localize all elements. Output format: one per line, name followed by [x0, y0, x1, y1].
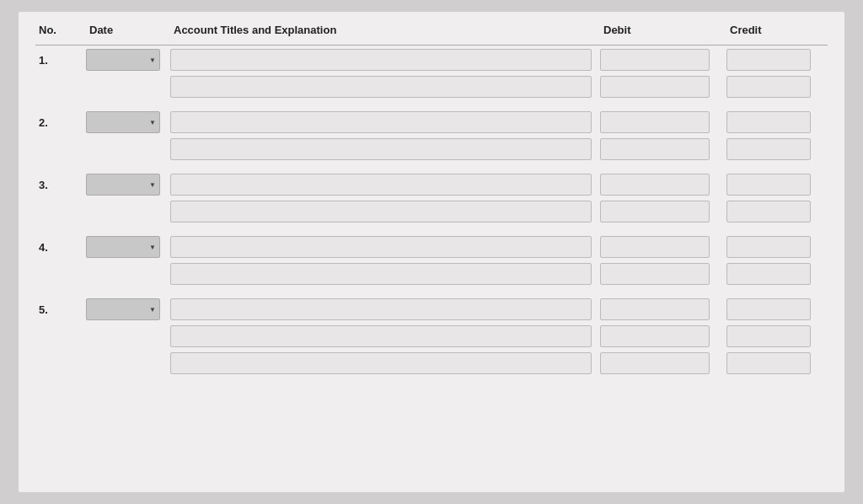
table-row [35, 352, 828, 374]
row-number-5: 5. [35, 302, 86, 318]
date-select-4[interactable] [86, 236, 160, 258]
date-dropdown-wrapper-4[interactable] [86, 236, 160, 258]
credit-cell-3a [726, 174, 828, 196]
account-input-5b[interactable] [170, 325, 592, 347]
journal-container: No. Date Account Titles and Explanation … [19, 12, 844, 492]
credit-input-3a[interactable] [726, 174, 811, 196]
date-select-5[interactable] [86, 298, 160, 320]
date-select-2[interactable] [86, 111, 160, 133]
date-dropdown-wrapper-2[interactable] [86, 111, 160, 133]
account-input-5c[interactable] [170, 352, 592, 374]
account-cell-1b [170, 76, 600, 98]
header-debit: Debit [600, 20, 726, 40]
date-cell-3 [86, 174, 170, 196]
entry-group-1: 1. [35, 49, 828, 103]
table-row [35, 325, 828, 347]
debit-cell-3b [600, 201, 726, 223]
account-cell-2a [170, 111, 600, 133]
debit-cell-1a [600, 49, 726, 71]
account-cell-5b [170, 325, 600, 347]
entry-group-3: 3. [35, 174, 828, 228]
credit-cell-1b [726, 76, 828, 98]
entry-group-5: 5. [35, 298, 828, 379]
credit-input-2b[interactable] [726, 138, 811, 160]
row-number-1: 1. [35, 52, 86, 68]
debit-cell-4a [600, 236, 726, 258]
table-row [35, 76, 828, 98]
debit-input-3b[interactable] [600, 201, 710, 223]
credit-input-5b[interactable] [726, 325, 811, 347]
header-no: No. [35, 20, 86, 40]
credit-cell-5c [726, 352, 828, 374]
debit-cell-3a [600, 174, 726, 196]
debit-input-1a[interactable] [600, 49, 710, 71]
credit-input-2a[interactable] [726, 111, 811, 133]
account-input-1b[interactable] [170, 76, 592, 98]
table-row: 5. [35, 298, 828, 320]
entry-group-4: 4. [35, 236, 828, 290]
debit-input-5b[interactable] [600, 325, 710, 347]
debit-input-1b[interactable] [600, 76, 710, 98]
table-row [35, 201, 828, 223]
table-row [35, 263, 828, 285]
account-input-1a[interactable] [170, 49, 592, 71]
credit-cell-5b [726, 325, 828, 347]
date-cell-1 [86, 49, 170, 71]
credit-cell-4b [726, 263, 828, 285]
account-input-3a[interactable] [170, 174, 592, 196]
credit-input-4b[interactable] [726, 263, 811, 285]
credit-cell-2a [726, 111, 828, 133]
debit-input-3a[interactable] [600, 174, 710, 196]
credit-input-5c[interactable] [726, 352, 811, 374]
table-row: 1. [35, 49, 828, 71]
date-cell-2 [86, 111, 170, 133]
debit-cell-5b [600, 325, 726, 347]
date-dropdown-wrapper-3[interactable] [86, 174, 160, 196]
date-select-1[interactable] [86, 49, 160, 71]
account-input-4a[interactable] [170, 236, 592, 258]
table-row: 3. [35, 174, 828, 196]
credit-input-1a[interactable] [726, 49, 811, 71]
date-dropdown-wrapper-1[interactable] [86, 49, 160, 71]
debit-input-5c[interactable] [600, 352, 710, 374]
table-row: 4. [35, 236, 828, 258]
account-cell-4b [170, 263, 600, 285]
credit-input-3b[interactable] [726, 201, 811, 223]
account-input-3b[interactable] [170, 201, 592, 223]
account-cell-4a [170, 236, 600, 258]
debit-cell-5c [600, 352, 726, 374]
entry-group-2: 2. [35, 111, 828, 165]
debit-input-2b[interactable] [600, 138, 710, 160]
row-number-2: 2. [35, 115, 86, 131]
credit-cell-3b [726, 201, 828, 223]
debit-cell-2a [600, 111, 726, 133]
credit-input-1b[interactable] [726, 76, 811, 98]
credit-input-4a[interactable] [726, 236, 811, 258]
date-cell-5 [86, 298, 170, 320]
date-cell-4 [86, 236, 170, 258]
row-number-3: 3. [35, 177, 86, 193]
header-credit: Credit [726, 20, 828, 40]
account-cell-2b [170, 138, 600, 160]
account-input-5a[interactable] [170, 298, 592, 320]
table-header: No. Date Account Titles and Explanation … [35, 20, 828, 46]
header-account: Account Titles and Explanation [170, 20, 600, 40]
account-input-2b[interactable] [170, 138, 592, 160]
debit-input-4b[interactable] [600, 263, 710, 285]
credit-input-5a[interactable] [726, 298, 811, 320]
credit-cell-4a [726, 236, 828, 258]
table-row [35, 138, 828, 160]
debit-input-5a[interactable] [600, 298, 710, 320]
account-cell-3a [170, 174, 600, 196]
debit-input-4a[interactable] [600, 236, 710, 258]
date-dropdown-wrapper-5[interactable] [86, 298, 160, 320]
debit-input-2a[interactable] [600, 111, 710, 133]
table-row: 2. [35, 111, 828, 133]
debit-cell-1b [600, 76, 726, 98]
account-cell-1a [170, 49, 600, 71]
account-input-2a[interactable] [170, 111, 592, 133]
account-input-4b[interactable] [170, 263, 592, 285]
row-number-4: 4. [35, 239, 86, 255]
date-select-3[interactable] [86, 174, 160, 196]
header-date: Date [86, 20, 170, 40]
